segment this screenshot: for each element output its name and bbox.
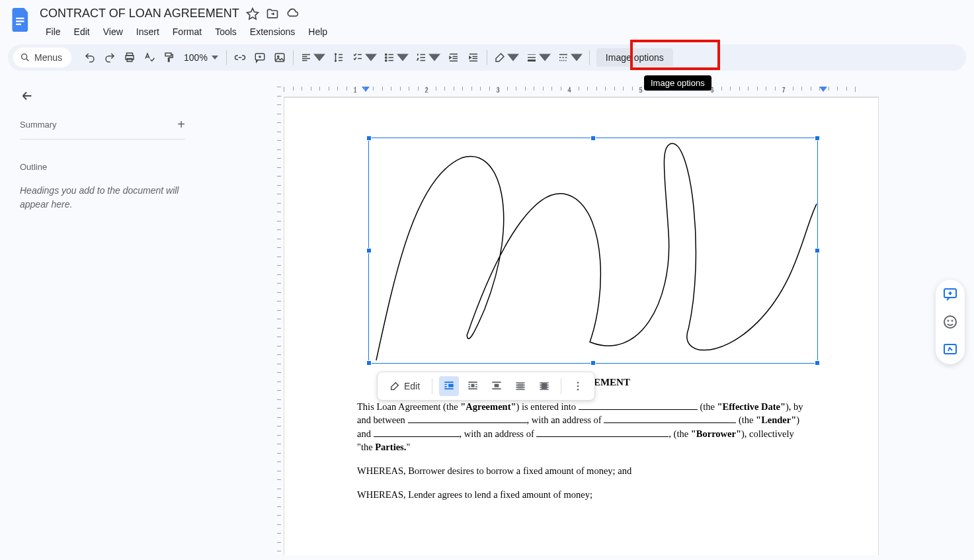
redo-button[interactable]	[101, 48, 119, 67]
pencil-icon	[389, 381, 400, 391]
docs-logo[interactable]	[9, 5, 33, 34]
svg-point-19	[577, 381, 579, 383]
search-icon	[20, 52, 30, 63]
document-title[interactable]: CONTRACT OF LOAN AGREEMENT	[40, 7, 239, 20]
insert-image-button[interactable]	[270, 48, 289, 67]
selected-image[interactable]	[368, 138, 818, 364]
svg-point-13	[385, 60, 386, 61]
print-button[interactable]	[120, 48, 139, 67]
image-inline-toolbar: Edit	[377, 372, 595, 401]
svg-rect-1	[16, 20, 24, 22]
paint-format-button[interactable]	[160, 48, 179, 67]
resize-handle-bl[interactable]	[366, 360, 372, 366]
menus-label: Menus	[34, 52, 62, 63]
menu-extensions[interactable]: Extensions	[244, 23, 301, 40]
menu-edit[interactable]: Edit	[68, 23, 96, 40]
numbered-list-button[interactable]	[413, 48, 443, 67]
checklist-button[interactable]	[349, 48, 380, 67]
add-summary-button[interactable]: +	[177, 117, 185, 132]
zoom-value: 100%	[184, 52, 208, 63]
wrap-inline-button[interactable]	[439, 376, 459, 396]
summary-label: Summary	[20, 120, 57, 130]
menus-search-button[interactable]: Menus	[13, 48, 71, 67]
behind-text-button[interactable]	[510, 376, 530, 396]
wrap-text-button[interactable]	[463, 376, 483, 396]
menu-file[interactable]: File	[40, 23, 67, 40]
drawing-content	[369, 138, 817, 363]
border-color-button[interactable]	[491, 48, 522, 67]
doc-paragraph-3: WHEREAS, Lender agrees to lend a fixed a…	[357, 488, 805, 501]
image-options-label: Image options	[606, 52, 664, 63]
svg-rect-17	[518, 383, 523, 389]
suggest-edits-button[interactable]	[942, 342, 958, 358]
cloud-status-icon[interactable]	[286, 7, 299, 20]
star-icon[interactable]	[246, 7, 259, 20]
resize-handle-bm[interactable]	[590, 360, 596, 366]
right-indent-marker[interactable]	[819, 87, 827, 92]
zoom-select[interactable]: 100%	[180, 52, 222, 63]
align-button[interactable]	[298, 48, 328, 67]
side-action-pill	[936, 280, 965, 364]
add-comment-side-button[interactable]	[942, 286, 958, 302]
menu-help[interactable]: Help	[302, 23, 333, 40]
edit-label: Edit	[404, 381, 420, 391]
spellcheck-button[interactable]	[140, 48, 159, 67]
undo-button[interactable]	[81, 48, 99, 67]
edit-image-button[interactable]: Edit	[384, 378, 425, 394]
more-image-options-button[interactable]	[568, 376, 588, 396]
app-header: CONTRACT OF LOAN AGREEMENT File Edit Vie…	[0, 0, 974, 44]
resize-handle-tm[interactable]	[590, 136, 596, 141]
vertical-ruler[interactable]	[274, 87, 284, 555]
document-page[interactable]: Edit AN AGREEMENT This Loan Agreement (t…	[284, 97, 879, 555]
svg-point-24	[948, 321, 949, 321]
resize-handle-br[interactable]	[815, 360, 820, 366]
bulleted-list-button[interactable]	[381, 48, 411, 67]
svg-point-12	[385, 57, 386, 58]
break-text-button[interactable]	[487, 376, 507, 396]
increase-indent-button[interactable]	[464, 48, 483, 67]
page-container: 1234567 Edit	[274, 75, 974, 555]
left-indent-marker[interactable]	[362, 87, 370, 92]
svg-rect-16	[495, 384, 499, 387]
insert-link-button[interactable]	[231, 48, 249, 67]
menu-tools[interactable]: Tools	[209, 23, 243, 40]
collapse-outline-button[interactable]	[20, 87, 38, 105]
border-weight-button[interactable]	[523, 48, 553, 67]
resize-handle-ml[interactable]	[366, 248, 372, 253]
toolbar: Menus 100% Image options	[8, 44, 966, 71]
resize-handle-mr[interactable]	[815, 248, 820, 253]
image-options-button[interactable]: Image options	[596, 48, 673, 67]
horizontal-ruler[interactable]: 1234567	[284, 87, 879, 97]
outline-label: Outline	[20, 162, 255, 172]
svg-rect-15	[471, 384, 475, 387]
svg-rect-0	[16, 18, 24, 19]
menu-view[interactable]: View	[97, 23, 129, 40]
outline-panel: Summary + Outline Headings you add to th…	[0, 75, 274, 555]
svg-point-23	[944, 316, 956, 328]
outline-empty-text: Headings you add to the document will ap…	[20, 184, 192, 212]
svg-point-11	[385, 54, 386, 55]
border-dash-button[interactable]	[555, 48, 585, 67]
emoji-reaction-button[interactable]	[942, 314, 958, 330]
image-options-tooltip: Image options	[644, 75, 711, 91]
menu-insert[interactable]: Insert	[130, 23, 165, 40]
svg-rect-18	[542, 383, 547, 389]
svg-point-10	[277, 56, 278, 57]
move-folder-icon[interactable]	[266, 7, 279, 20]
doc-paragraph-1: This Loan Agreement (the "Agreement") is…	[357, 400, 805, 454]
menu-format[interactable]: Format	[167, 23, 208, 40]
resize-handle-tr[interactable]	[815, 136, 820, 141]
infront-text-button[interactable]	[534, 376, 554, 396]
chevron-down-icon	[212, 56, 218, 60]
svg-point-21	[577, 389, 579, 391]
svg-rect-14	[448, 384, 454, 387]
resize-handle-tl[interactable]	[366, 136, 372, 141]
add-comment-button[interactable]	[251, 48, 269, 67]
chevron-down-icon	[313, 52, 325, 63]
menubar: File Edit View Insert Format Tools Exten…	[40, 22, 965, 44]
svg-rect-2	[16, 24, 21, 25]
svg-point-25	[952, 321, 953, 321]
line-spacing-button[interactable]	[329, 48, 348, 67]
decrease-indent-button[interactable]	[444, 48, 463, 67]
svg-point-20	[577, 385, 579, 387]
